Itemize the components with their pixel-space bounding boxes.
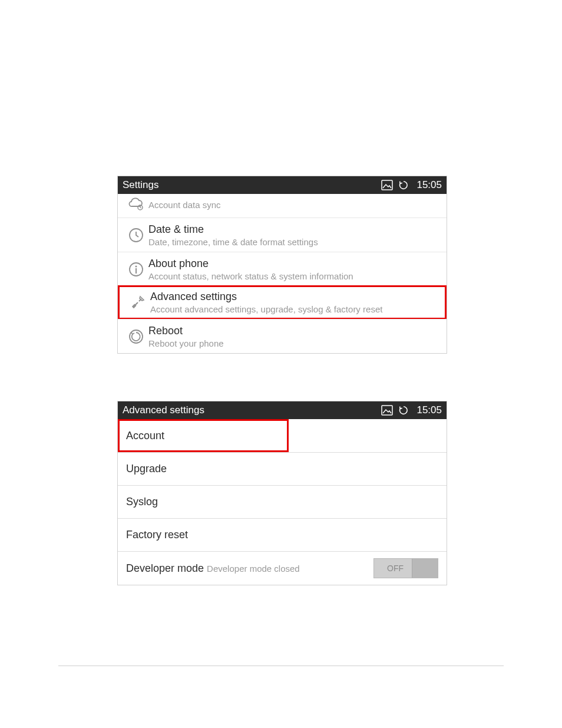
status-icons: 15:05 — [381, 404, 442, 416]
clock-icon — [124, 227, 148, 243]
info-icon — [124, 261, 148, 278]
page-footer-rule — [58, 666, 504, 666]
advanced-item-label: Developer mode — [126, 562, 204, 574]
settings-panel: Settings 15:05 Account data sync — [117, 176, 447, 354]
advanced-item-label: Syslog — [126, 496, 158, 508]
settings-item-reboot[interactable]: Reboot Reboot your phone — [118, 319, 447, 353]
tools-icon — [125, 294, 150, 311]
advanced-item-label: Upgrade — [126, 463, 167, 475]
sync-icon — [398, 180, 409, 190]
settings-item-subtitle: Date, timezone, time & date format setti… — [148, 237, 441, 247]
advanced-item-subtitle: Developer mode closed — [207, 564, 300, 574]
settings-item-title: Reboot — [148, 325, 441, 337]
settings-item-title: Advanced settings — [150, 291, 439, 303]
sync-icon — [398, 405, 409, 416]
settings-list: Account data sync Date & time Date, time… — [118, 194, 447, 353]
svg-point-4 — [135, 265, 137, 267]
settings-item-date-time[interactable]: Date & time Date, timezone, time & date … — [118, 218, 447, 252]
status-bar: Settings 15:05 — [118, 176, 447, 194]
settings-item-advanced-settings[interactable]: Advanced settings Account advanced setti… — [118, 285, 447, 319]
settings-item-title: Date & time — [148, 223, 441, 236]
settings-item-subtitle: Account data sync — [148, 200, 441, 210]
advanced-settings-panel: Advanced settings 15:05 Account Upgrade — [117, 401, 447, 585]
screen-title: Advanced settings — [123, 404, 381, 416]
advanced-item-account[interactable]: Account — [118, 419, 447, 452]
status-bar: Advanced settings 15:05 — [118, 401, 447, 419]
cloud-sync-icon — [124, 197, 148, 211]
toggle-thumb — [412, 559, 438, 578]
svg-rect-5 — [135, 268, 137, 274]
toggle-label: OFF — [374, 564, 412, 573]
advanced-item-factory-reset[interactable]: Factory reset — [118, 519, 447, 552]
settings-item-about-phone[interactable]: About phone Account status, network stat… — [118, 252, 447, 286]
picture-icon — [381, 180, 393, 190]
settings-item-subtitle: Reboot your phone — [148, 338, 441, 348]
advanced-item-label: Account — [126, 430, 164, 442]
clock-time: 15:05 — [416, 404, 442, 416]
picture-icon — [381, 405, 393, 416]
settings-item-subtitle: Account advanced settings, upgrade, sysl… — [150, 304, 439, 314]
settings-item-subtitle: Account status, network status & system … — [148, 271, 441, 281]
settings-item-title: About phone — [148, 258, 441, 270]
advanced-item-upgrade[interactable]: Upgrade — [118, 453, 447, 486]
screen-title: Settings — [123, 179, 381, 191]
developer-mode-toggle[interactable]: OFF — [373, 558, 438, 578]
advanced-item-syslog[interactable]: Syslog — [118, 486, 447, 519]
advanced-item-developer-mode[interactable]: Developer mode Developer mode closed OFF — [118, 552, 447, 585]
clock-time: 15:05 — [416, 179, 442, 191]
settings-item-account-sync[interactable]: Account data sync — [118, 194, 447, 218]
reboot-icon — [124, 328, 148, 345]
advanced-item-label: Factory reset — [126, 529, 188, 541]
status-icons: 15:05 — [381, 179, 442, 191]
advanced-settings-list: Account Upgrade Syslog Factory reset Dev… — [118, 419, 447, 585]
